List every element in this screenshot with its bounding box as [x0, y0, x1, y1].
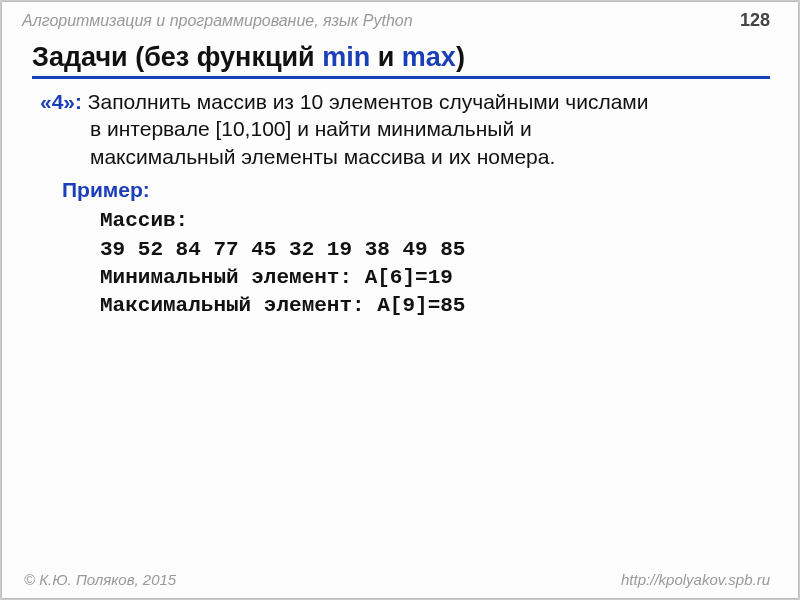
- code-block: Массив: 39 52 84 77 45 32 19 38 49 85 Ми…: [100, 207, 758, 320]
- task-line-2: в интервале [10,100] и найти минимальный…: [90, 115, 758, 142]
- page-number: 128: [740, 10, 770, 31]
- task-line-3: максимальный элементы массива и их номер…: [90, 143, 758, 170]
- title-mid: и: [370, 42, 402, 72]
- author-credit: © К.Ю. Поляков, 2015: [24, 571, 176, 588]
- slide-footer: © К.Ю. Поляков, 2015 http://kpolyakov.sp…: [24, 571, 770, 588]
- example-label: Пример:: [62, 176, 150, 203]
- title-prefix: Задачи (без функций: [32, 42, 322, 72]
- title-suffix: ): [456, 42, 465, 72]
- course-title: Алгоритмизация и программирование, язык …: [22, 12, 413, 30]
- slide: Алгоритмизация и программирование, язык …: [2, 2, 798, 598]
- slide-header: Алгоритмизация и программирование, язык …: [22, 10, 770, 31]
- code-line: Максимальный элемент: A[9]=85: [100, 294, 465, 317]
- keyword-max: max: [402, 42, 456, 72]
- slide-title: Задачи (без функций min и max): [32, 42, 770, 79]
- difficulty-level: «4»:: [40, 90, 82, 113]
- keyword-min: min: [322, 42, 370, 72]
- code-line: 39 52 84 77 45 32 19 38 49 85: [100, 238, 465, 261]
- code-line: Минимальный элемент: A[6]=19: [100, 266, 453, 289]
- task-line-1: Заполнить массив из 10 элементов случайн…: [82, 90, 649, 113]
- slide-body: «4»: Заполнить массив из 10 элементов сл…: [40, 88, 758, 321]
- code-line: Массив:: [100, 209, 188, 232]
- task-block: «4»: Заполнить массив из 10 элементов сл…: [40, 88, 758, 170]
- source-url: http://kpolyakov.spb.ru: [621, 571, 770, 588]
